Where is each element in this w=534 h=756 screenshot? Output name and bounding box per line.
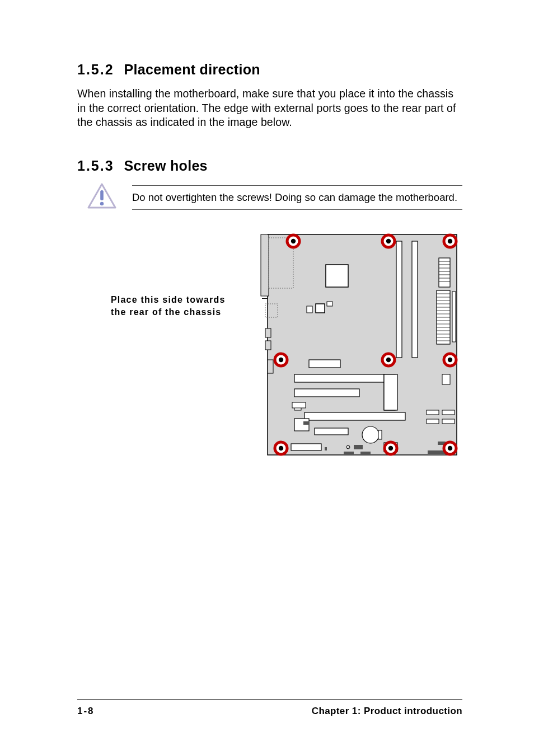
svg-rect-11 [307,306,312,313]
svg-rect-46 [305,412,405,420]
svg-point-74 [279,358,283,362]
svg-point-2 [100,202,104,205]
paragraph-placement: When installing the motherboard, make su… [77,87,462,130]
motherboard-diagram [260,231,459,457]
figure-caption-line2: the rear of the chassis [111,306,262,318]
svg-rect-9 [268,360,273,373]
svg-rect-8 [265,341,271,350]
svg-rect-42 [309,360,340,368]
warning-text: Do not overtighten the screws! Doing so … [132,191,457,203]
svg-point-51 [362,426,379,443]
svg-point-84 [448,446,452,450]
page-footer: 1-8 Chapter 1: Product introduction [0,699,534,717]
svg-rect-66 [303,421,309,425]
svg-rect-61 [442,419,455,424]
warning-icon [87,183,116,212]
svg-point-72 [448,239,452,243]
svg-rect-14 [396,241,402,358]
warning-callout: Do not overtighten the screws! Doing so … [77,183,462,212]
svg-rect-56 [360,452,371,455]
svg-rect-52 [378,430,382,439]
svg-rect-54 [354,445,363,449]
svg-rect-49 [291,444,321,450]
svg-rect-55 [344,452,354,455]
svg-rect-60 [427,419,439,424]
svg-rect-13 [327,302,332,306]
figure-caption: Place this side towards the rear of the … [111,294,262,318]
svg-point-68 [291,239,296,243]
heading-placement-direction: 1.5.2Placement direction [77,62,462,78]
svg-rect-10 [326,265,348,287]
section-title-text: Placement direction [124,62,260,77]
svg-rect-41 [442,374,450,384]
svg-rect-50 [384,374,397,410]
svg-point-78 [448,358,452,362]
warning-text-container: Do not overtighten the screws! Doing so … [132,185,462,210]
svg-rect-43 [294,374,395,382]
svg-rect-4 [261,234,269,296]
section-title-text: Screw holes [124,158,208,173]
svg-rect-57 [325,447,327,450]
svg-rect-15 [412,241,418,358]
figure-caption-line1: Place this side towards [111,294,262,306]
svg-point-70 [386,239,391,243]
svg-rect-58 [427,410,439,415]
svg-rect-48 [315,428,348,435]
svg-rect-1 [100,190,104,200]
motherboard-figure: Place this side towards the rear of the … [77,231,462,461]
section-number: 1.5.3 [77,158,114,174]
svg-rect-44 [294,389,359,397]
svg-point-80 [279,446,283,450]
svg-rect-59 [442,410,455,415]
heading-screw-holes: 1.5.3Screw holes [77,158,462,174]
chapter-title: Chapter 1: Product introduction [312,706,462,717]
svg-point-82 [388,446,393,450]
svg-point-76 [386,358,391,362]
svg-rect-40 [452,292,456,342]
page-number: 1-8 [77,706,95,717]
section-number: 1.5.2 [77,62,114,78]
svg-rect-12 [316,304,325,313]
svg-rect-7 [265,328,271,337]
svg-rect-65 [292,402,306,408]
svg-rect-16 [439,258,450,287]
